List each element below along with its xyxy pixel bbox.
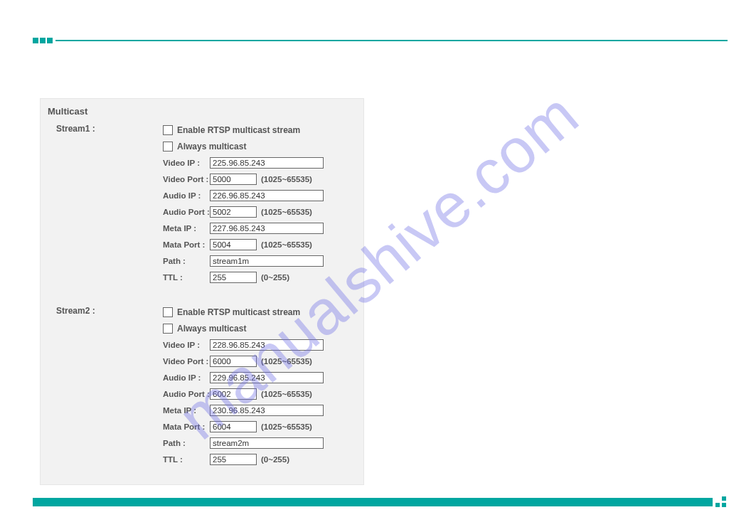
stream2-block: Stream2 : Enable RTSP multicast stream A… <box>41 287 363 469</box>
stream2-ttl-hint: (0~255) <box>261 455 289 464</box>
stream1-videoport-label: Video Port : <box>163 175 210 183</box>
stream1-block: Stream1 : Enable RTSP multicast stream A… <box>41 117 363 287</box>
stream2-metaip-label: Meta IP : <box>163 406 210 415</box>
stream1-videoip-label: Video IP : <box>163 159 210 167</box>
stream2-enable-checkbox[interactable] <box>163 307 173 317</box>
stream2-videoip-input[interactable]: 228.96.85.243 <box>210 339 324 351</box>
stream1-audioport-hint: (1025~65535) <box>261 208 312 216</box>
stream1-metaip-label: Meta IP : <box>163 224 210 233</box>
top-divider-blocks <box>33 38 53 43</box>
stream1-label: Stream1 : <box>41 124 163 287</box>
stream1-enable-label: Enable RTSP multicast stream <box>177 125 300 135</box>
stream2-mataport-input[interactable]: 6004 <box>210 421 257 432</box>
stream2-videoip-label: Video IP : <box>163 341 210 349</box>
stream1-enable-checkbox[interactable] <box>163 125 173 135</box>
panel-title: Multicast <box>41 99 363 117</box>
stream1-always-checkbox[interactable] <box>163 142 173 151</box>
top-divider <box>33 38 728 42</box>
stream2-path-label: Path : <box>163 439 210 447</box>
stream2-label: Stream2 : <box>41 306 163 469</box>
stream1-metaip-input[interactable]: 227.96.85.243 <box>210 223 324 234</box>
stream1-audioport-label: Audio Port : <box>163 208 210 216</box>
bottom-divider-blocks <box>715 496 728 509</box>
stream1-videoport-hint: (1025~65535) <box>261 175 312 183</box>
stream1-audioip-input[interactable]: 226.96.85.243 <box>210 190 324 201</box>
stream2-enable-label: Enable RTSP multicast stream <box>177 307 300 317</box>
stream1-ttl-label: TTL : <box>163 273 210 282</box>
stream2-mataport-hint: (1025~65535) <box>261 422 312 431</box>
stream1-fields: Enable RTSP multicast stream Always mult… <box>163 124 363 287</box>
stream2-fields: Enable RTSP multicast stream Always mult… <box>163 306 363 469</box>
stream2-audioport-hint: (1025~65535) <box>261 390 312 398</box>
multicast-panel: Multicast Stream1 : Enable RTSP multicas… <box>40 98 364 485</box>
stream2-always-checkbox[interactable] <box>163 324 173 334</box>
stream2-ttl-label: TTL : <box>163 455 210 464</box>
stream1-mataport-label: Mata Port : <box>163 240 210 249</box>
stream2-videoport-label: Video Port : <box>163 357 210 366</box>
stream2-videoport-input[interactable]: 6000 <box>210 356 257 367</box>
stream2-videoport-hint: (1025~65535) <box>261 357 312 366</box>
stream1-path-label: Path : <box>163 257 210 265</box>
stream1-always-label: Always multicast <box>177 142 246 151</box>
stream2-audioport-label: Audio Port : <box>163 390 210 398</box>
stream1-ttl-hint: (0~255) <box>261 273 289 282</box>
stream2-audioip-label: Audio IP : <box>163 373 210 382</box>
stream2-audioip-input[interactable]: 229.96.85.243 <box>210 372 324 383</box>
stream2-audioport-input[interactable]: 6002 <box>210 388 257 400</box>
stream1-path-input[interactable]: stream1m <box>210 255 324 267</box>
stream1-audioport-input[interactable]: 5002 <box>210 206 257 218</box>
stream2-ttl-input[interactable]: 255 <box>210 454 257 465</box>
stream2-metaip-input[interactable]: 230.96.85.243 <box>210 405 324 416</box>
stream1-audioip-label: Audio IP : <box>163 191 210 200</box>
stream1-ttl-input[interactable]: 255 <box>210 272 257 283</box>
stream1-mataport-input[interactable]: 5004 <box>210 239 257 250</box>
stream2-mataport-label: Mata Port : <box>163 422 210 431</box>
stream1-videoport-input[interactable]: 5000 <box>210 174 257 185</box>
stream1-mataport-hint: (1025~65535) <box>261 240 312 249</box>
stream1-videoip-input[interactable]: 225.96.85.243 <box>210 157 324 169</box>
stream2-path-input[interactable]: stream2m <box>210 437 324 449</box>
stream2-always-label: Always multicast <box>177 324 246 334</box>
bottom-divider <box>33 497 728 507</box>
